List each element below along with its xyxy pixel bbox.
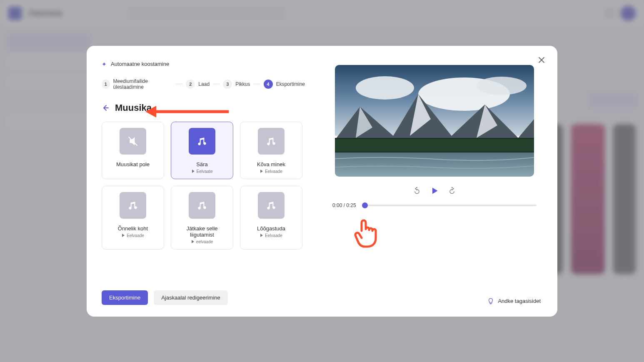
annotation-arrow: [145, 103, 229, 120]
right-pane: 0:00 / 0:25 Andke tagasisidet: [320, 46, 557, 317]
step-3[interactable]: 3 Pikkus: [223, 80, 250, 89]
play-controls: [328, 186, 541, 196]
preview-label[interactable]: eelvaade: [191, 240, 213, 244]
lightbulb-icon: [487, 297, 494, 305]
close-icon: [538, 57, 545, 63]
section-title: Muusika: [115, 102, 152, 113]
modal-overlay: ✦ Automaatne koostamine 1 Meediumifailid…: [0, 0, 644, 362]
music-grid: Muusikat pole Sära Eelvaate: [102, 122, 305, 250]
svg-point-10: [477, 77, 527, 95]
step-2[interactable]: 2 Laad: [186, 80, 210, 89]
svg-marker-4: [122, 234, 125, 237]
feedback-link[interactable]: Andke tagasisidet: [487, 297, 541, 305]
section-header: Muusika: [102, 102, 305, 113]
stepper: 1 Meediumifailide üleslaadimine 2 Laad 3…: [102, 78, 305, 90]
step-4[interactable]: 4 Eksportimine: [264, 80, 305, 89]
preview-label[interactable]: Eelvaate: [192, 169, 213, 174]
step-1[interactable]: 1 Meediumifailide üleslaadimine: [102, 78, 172, 90]
sparkle-icon: ✦: [102, 61, 107, 67]
auto-compose-label: Automaatne koostamine: [111, 61, 169, 67]
preview-label[interactable]: Eelvaade: [122, 233, 144, 238]
music-icon: [258, 192, 285, 219]
music-card-kova-minek[interactable]: Kõva minek Eelvaade: [240, 122, 302, 179]
export-button[interactable]: Eksportimine: [102, 290, 148, 305]
preview-label[interactable]: Eelvaade: [260, 169, 282, 174]
feedback-text: Andke tagasisidet: [498, 298, 541, 304]
music-card-none[interactable]: Muusikat pole: [102, 122, 164, 179]
mute-icon: [120, 128, 146, 155]
back-arrow-icon[interactable]: [102, 104, 109, 112]
close-button[interactable]: [537, 55, 547, 65]
music-icon: [258, 128, 285, 155]
music-icon: [189, 128, 215, 155]
svg-marker-2: [192, 170, 195, 173]
svg-marker-5: [192, 240, 194, 243]
progress-thumb[interactable]: [362, 202, 368, 208]
svg-rect-16: [335, 139, 534, 152]
svg-marker-3: [260, 170, 263, 173]
music-card-sara[interactable]: Sära Eelvaate: [171, 122, 233, 179]
time-label: 0:00 / 0:25: [332, 202, 356, 208]
forward-button[interactable]: [447, 186, 457, 196]
svg-point-8: [356, 76, 414, 100]
music-icon: [120, 192, 146, 219]
left-pane: ✦ Automaatne koostamine 1 Meediumifailid…: [87, 46, 320, 317]
music-icon: [189, 192, 215, 219]
music-card-jatkake[interactable]: Jätkake selle liigutamist eelvaade: [171, 186, 233, 250]
rewind-button[interactable]: [412, 186, 422, 196]
music-card-onnelik-koht[interactable]: Õnnelik koht Eelvaade: [102, 186, 164, 250]
footer-actions: Eksportimine Ajaskaalal redigeerimine: [102, 290, 305, 305]
svg-marker-18: [432, 187, 438, 194]
music-card-loogastuda[interactable]: Lõõgastuda Eelvaade: [240, 186, 302, 250]
time-row: 0:00 / 0:25: [328, 202, 541, 208]
play-button[interactable]: [429, 186, 439, 196]
progress-bar[interactable]: [362, 205, 537, 206]
svg-marker-6: [260, 234, 263, 237]
auto-compose-modal: ✦ Automaatne koostamine 1 Meediumifailid…: [87, 46, 557, 317]
auto-compose-heading: ✦ Automaatne koostamine: [102, 61, 305, 67]
edit-timeline-button[interactable]: Ajaskaalal redigeerimine: [154, 290, 228, 305]
svg-rect-17: [335, 152, 534, 177]
video-preview[interactable]: [335, 65, 534, 177]
preview-label[interactable]: Eelvaade: [260, 233, 282, 238]
